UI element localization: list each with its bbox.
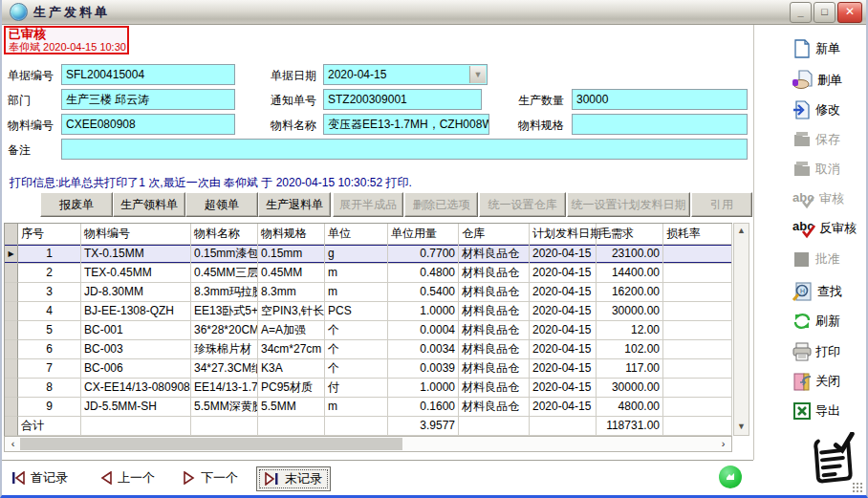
table-cell[interactable]: 5: [18, 321, 81, 340]
table-row[interactable]: 4BJ-EE-1308-QZHEE13卧式5+空PIN3,针长PCS1.0000…: [5, 302, 732, 321]
new-doc-button[interactable]: 新单: [792, 38, 840, 59]
chevron-down-icon[interactable]: ▼: [469, 66, 486, 83]
table-cell[interactable]: [459, 417, 530, 436]
row-selector[interactable]: ▶: [5, 245, 18, 264]
resize-grip[interactable]: [852, 482, 863, 493]
table-cell[interactable]: TX-0.15MM: [81, 245, 191, 264]
table-cell[interactable]: 14400.00: [597, 264, 663, 283]
scrap-order-button[interactable]: 报废单: [40, 192, 113, 217]
table-cell[interactable]: 8.3mm: [258, 283, 325, 302]
col-header[interactable]: 序号: [18, 224, 81, 245]
row-selector[interactable]: [5, 340, 18, 359]
table-cell[interactable]: 材料良品仓: [459, 283, 530, 302]
table-cell[interactable]: 0.45MM三层: [191, 264, 258, 283]
table-cell[interactable]: 材料良品仓: [459, 321, 530, 340]
table-cell[interactable]: PC95材质: [258, 379, 325, 398]
table-cell[interactable]: 2020-04-15: [530, 398, 597, 417]
table-cell[interactable]: 0.0004: [388, 321, 459, 340]
table-cell[interactable]: 8: [18, 379, 81, 398]
table-cell[interactable]: 0.5400: [388, 283, 459, 302]
table-cell[interactable]: [663, 379, 732, 398]
table-cell[interactable]: JD-5.5MM-SH: [81, 398, 191, 417]
minimize-button[interactable]: _: [790, 2, 812, 23]
scroll-right-icon[interactable]: ›: [716, 437, 730, 451]
table-cell[interactable]: 空PIN3,针长: [258, 302, 325, 321]
col-header[interactable]: 损耗率: [663, 224, 732, 245]
table-cell[interactable]: [530, 417, 597, 436]
table-cell[interactable]: JD-8.30MM: [81, 283, 191, 302]
table-cell[interactable]: [663, 398, 732, 417]
last-record-button[interactable]: 末记录: [256, 466, 331, 491]
table-cell[interactable]: 12.00: [597, 321, 663, 340]
table-row[interactable]: 3JD-8.30MM8.3mm玛拉胶8.3mmm0.5400材料良品仓2020-…: [5, 283, 732, 302]
table-cell[interactable]: CX-EE14/13-080908: [81, 379, 191, 398]
title-bar[interactable]: 生产发料单 _ □ ✕: [2, 0, 866, 25]
row-selector[interactable]: [5, 379, 18, 398]
table-cell[interactable]: 1: [18, 245, 81, 264]
dept-field[interactable]: 生产三楼 邱云涛: [61, 89, 235, 110]
table-cell[interactable]: 118731.00: [597, 417, 663, 436]
table-cell[interactable]: 0.15mm漆包: [191, 245, 258, 264]
doc-no-field[interactable]: SFL200415004: [61, 64, 235, 85]
table-cell[interactable]: [191, 417, 258, 436]
table-cell[interactable]: 付: [325, 379, 388, 398]
row-selector[interactable]: [5, 264, 18, 283]
material-spec-field[interactable]: [572, 114, 748, 135]
row-selector[interactable]: [5, 283, 18, 302]
hscroll-thumb[interactable]: [20, 438, 402, 450]
table-cell[interactable]: 2020-04-15: [530, 283, 597, 302]
table-cell[interactable]: 2020-04-15: [530, 359, 597, 379]
next-record-button[interactable]: 下一个: [184, 466, 238, 489]
table-cell[interactable]: 0.0034: [388, 340, 459, 359]
table-cell[interactable]: 合计: [18, 417, 81, 436]
table-cell[interactable]: 0.15mm: [258, 245, 325, 264]
table-cell[interactable]: 9: [18, 398, 81, 417]
row-selector[interactable]: [5, 417, 18, 436]
table-row[interactable]: 9JD-5.5MM-SH5.5MM深黄胶5.5MMm0.1600材料良品仓202…: [5, 398, 732, 417]
col-header[interactable]: 毛需求: [597, 224, 663, 245]
table-cell[interactable]: [663, 321, 732, 340]
table-cell[interactable]: A=A加强: [258, 321, 325, 340]
modify-button[interactable]: 修改: [792, 99, 840, 120]
table-cell[interactable]: 117.00: [597, 359, 663, 379]
table-cell[interactable]: 4800.00: [597, 398, 663, 417]
horizontal-scrollbar[interactable]: ‹ ›: [4, 436, 732, 452]
table-row[interactable]: 7BC-00634*27.3CM纸K3A个0.0039材料良品仓2020-04-…: [5, 359, 732, 379]
table-cell[interactable]: [663, 417, 732, 436]
table-cell[interactable]: BC-003: [81, 340, 191, 359]
table-row[interactable]: ▶1TX-0.15MM0.15mm漆包0.15mmg0.7700材料良品仓202…: [5, 245, 732, 264]
table-cell[interactable]: 7: [18, 359, 81, 379]
production-return-order-button[interactable]: 生产退料单: [258, 192, 331, 217]
table-cell[interactable]: 34cm*27cm: [258, 340, 325, 359]
table-cell[interactable]: 102.00: [597, 340, 663, 359]
table-cell[interactable]: 1.0000: [388, 379, 459, 398]
notice-no-field[interactable]: STZ200309001: [323, 89, 482, 110]
maximize-button[interactable]: □: [814, 2, 835, 23]
table-cell[interactable]: BC-001: [81, 321, 191, 340]
col-header[interactable]: 单位: [325, 224, 388, 245]
table-cell[interactable]: TEX-0.45MM: [81, 264, 191, 283]
table-cell[interactable]: [81, 417, 191, 436]
delete-doc-button[interactable]: 删单: [792, 69, 842, 92]
col-header[interactable]: 仓库: [459, 224, 530, 245]
table-cell[interactable]: m: [325, 264, 388, 283]
close-window-button[interactable]: 关闭: [792, 371, 840, 392]
table-cell[interactable]: 0.1600: [388, 398, 459, 417]
scroll-down-icon[interactable]: ▼: [734, 420, 749, 435]
table-cell[interactable]: 30000.00: [597, 379, 663, 398]
table-cell[interactable]: BC-006: [81, 359, 191, 379]
table-cell[interactable]: 2020-04-15: [530, 264, 597, 283]
col-header[interactable]: 计划发料日期: [530, 224, 597, 245]
table-cell[interactable]: 0.7700: [388, 245, 459, 264]
table-cell[interactable]: m: [325, 398, 388, 417]
table-cell[interactable]: 2020-04-15: [530, 245, 597, 264]
table-row[interactable]: 2TEX-0.45MM0.45MM三层0.45MMm0.4800材料良品仓202…: [5, 264, 732, 283]
find-button[interactable]: H 查找: [792, 280, 842, 303]
table-cell[interactable]: [663, 340, 732, 359]
table-cell[interactable]: 8.3mm玛拉胶: [191, 283, 258, 302]
print-button[interactable]: 打印: [792, 341, 840, 362]
table-cell[interactable]: 0.45MM: [258, 264, 325, 283]
close-button[interactable]: ✕: [837, 2, 862, 23]
material-name-field[interactable]: 变压器EE13-1.7MH，CZH008W: [323, 114, 489, 135]
table-cell[interactable]: 2020-04-15: [530, 321, 597, 340]
